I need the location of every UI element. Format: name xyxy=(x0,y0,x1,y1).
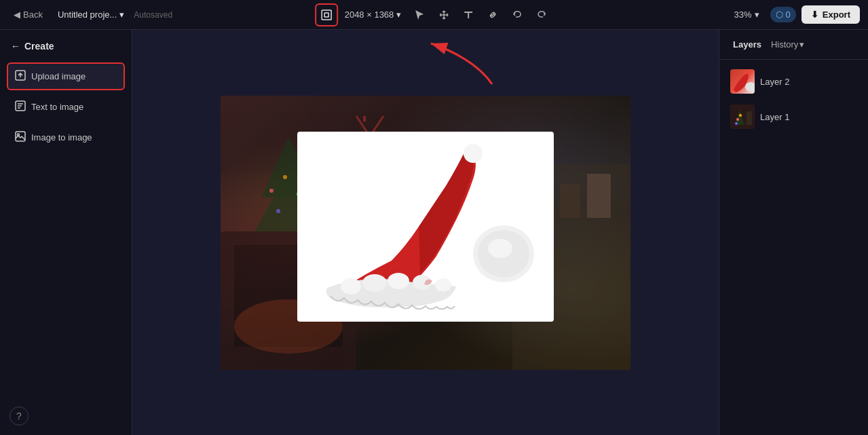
credits-button[interactable]: ⬡ 0 xyxy=(770,7,796,22)
sidebar-title-text: Create xyxy=(24,41,54,52)
canvas-size-button[interactable]: 2048 × 1368 ▾ xyxy=(339,7,407,22)
svg-point-28 xyxy=(341,278,361,295)
text-to-image-label: Text to image xyxy=(31,102,83,112)
layer-1-thumbnail xyxy=(730,105,755,129)
layer-item-1[interactable]: Layer 1 xyxy=(725,100,863,133)
svg-rect-39 xyxy=(747,111,752,125)
chevron-down-icon: ▾ xyxy=(119,10,124,20)
upload-image-label: Upload image xyxy=(31,71,86,81)
image-to-image-label: Image to image xyxy=(31,132,92,143)
history-tab-label: History xyxy=(771,39,798,50)
tab-history[interactable]: History ▾ xyxy=(767,37,808,52)
canvas-area[interactable] xyxy=(132,30,719,435)
svg-point-12 xyxy=(269,189,273,193)
project-name[interactable]: Untitled proje... ▾ xyxy=(54,7,128,22)
svg-point-38 xyxy=(735,122,738,125)
svg-point-30 xyxy=(388,273,409,289)
arrow-annotation xyxy=(424,37,506,91)
layer-2-thumbnail xyxy=(730,69,755,94)
canvas-container xyxy=(221,96,630,370)
frame-tool-button[interactable] xyxy=(315,3,338,26)
svg-rect-0 xyxy=(322,10,331,20)
toolbar: 2048 × 1368 ▾ xyxy=(315,3,554,26)
sidebar-item-text-to-image[interactable]: Text to image xyxy=(7,93,125,121)
layer-2-name: Layer 2 xyxy=(760,77,789,87)
svg-point-37 xyxy=(739,114,742,117)
svg-point-33 xyxy=(745,82,755,92)
export-label: Export xyxy=(823,10,850,20)
svg-point-36 xyxy=(736,118,739,121)
header-left: ◀ Back Untitled proje... ▾ Autosaved xyxy=(8,7,172,22)
santa-hat-image xyxy=(297,132,554,322)
back-button[interactable]: ◀ Back xyxy=(8,7,48,22)
canvas-bg xyxy=(221,96,630,370)
select-tool-button[interactable] xyxy=(408,3,431,26)
svg-rect-23 xyxy=(363,116,366,121)
back-icon: ◀ xyxy=(14,10,20,20)
redo-button[interactable] xyxy=(530,3,553,26)
back-label: Back xyxy=(23,10,43,20)
svg-rect-1 xyxy=(324,13,328,17)
tab-layers[interactable]: Layers xyxy=(728,37,767,52)
svg-point-24 xyxy=(464,144,483,163)
layers-list: Layer 2 Layer 1 xyxy=(719,60,868,141)
question-icon: ? xyxy=(16,411,22,421)
export-button[interactable]: ⬇ Export xyxy=(801,5,860,24)
credits-icon: ⬡ xyxy=(776,10,783,20)
chevron-down-icon: ▾ xyxy=(396,10,401,20)
help-button[interactable]: ? xyxy=(10,406,29,425)
panel-tabs: Layers History ▾ xyxy=(719,30,868,60)
main-area: ← Create Upload image Text to image xyxy=(0,30,868,435)
sidebar-item-upload-image[interactable]: Upload image xyxy=(7,62,125,90)
svg-rect-20 xyxy=(587,174,611,218)
credits-count: 0 xyxy=(786,10,791,20)
sidebar: ← Create Upload image Text to image xyxy=(0,30,132,435)
upload-icon xyxy=(15,70,26,83)
header-right: 33% ▾ ⬡ 0 ⬇ Export xyxy=(729,5,860,24)
svg-point-27 xyxy=(488,239,512,258)
undo-button[interactable] xyxy=(506,3,529,26)
canvas-size-text: 2048 × 1368 xyxy=(345,10,394,20)
text-tool-button[interactable] xyxy=(457,3,480,26)
layers-tab-label: Layers xyxy=(733,39,761,50)
svg-point-13 xyxy=(283,175,287,179)
sidebar-item-image-to-image[interactable]: Image to image xyxy=(7,124,125,151)
right-panel: Layers History ▾ Layer 2 xyxy=(719,30,868,435)
zoom-level: 33% xyxy=(734,10,752,20)
back-arrow-icon: ← xyxy=(11,41,20,52)
layer-1-name: Layer 1 xyxy=(760,112,789,122)
svg-point-29 xyxy=(362,274,387,292)
project-name-text: Untitled proje... xyxy=(58,10,117,20)
svg-point-15 xyxy=(276,209,280,213)
chevron-down-icon: ▾ xyxy=(799,39,804,50)
svg-rect-19 xyxy=(560,184,580,218)
image-image-icon xyxy=(15,131,26,144)
download-icon: ⬇ xyxy=(811,10,818,20)
header: ◀ Back Untitled proje... ▾ Autosaved 204… xyxy=(0,0,868,30)
link-tool-button[interactable] xyxy=(481,3,504,26)
text-image-icon xyxy=(15,100,26,113)
zoom-button[interactable]: 33% ▾ xyxy=(729,7,765,22)
chevron-down-icon: ▾ xyxy=(755,10,759,20)
sidebar-title: ← Create xyxy=(7,38,125,54)
move-tool-button[interactable] xyxy=(432,3,455,26)
layer-item-2[interactable]: Layer 2 xyxy=(725,65,863,98)
autosaved-status: Autosaved xyxy=(134,10,172,20)
svg-point-32 xyxy=(435,278,451,292)
